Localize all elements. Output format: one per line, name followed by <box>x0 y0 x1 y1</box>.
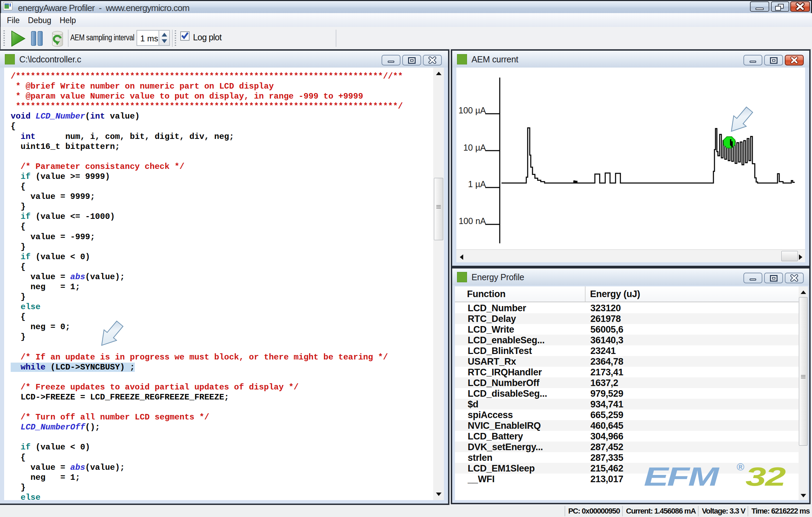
svg-text:100 µA: 100 µA <box>458 105 486 115</box>
svg-text:100 nA: 100 nA <box>459 216 486 226</box>
svg-text:10 µA: 10 µA <box>463 143 486 152</box>
svg-text:1 µA: 1 µA <box>468 179 486 189</box>
